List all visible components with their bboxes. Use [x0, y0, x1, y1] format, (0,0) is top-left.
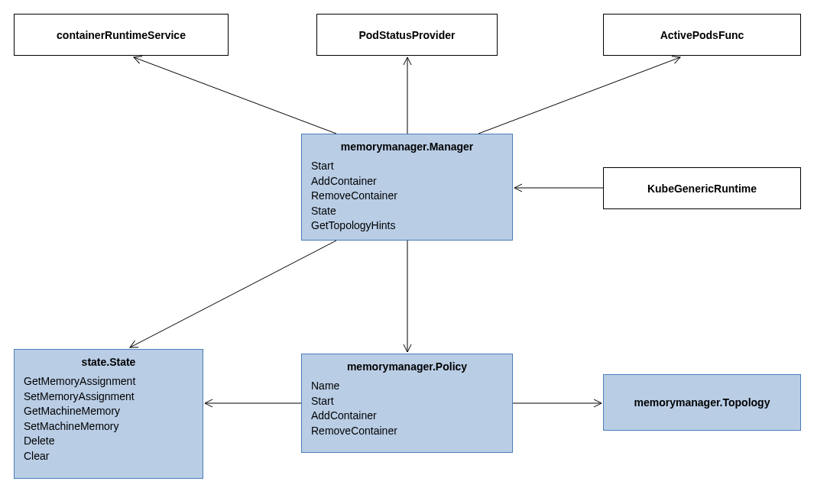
- box-active-pods-func: ActivePodsFunc: [603, 14, 801, 56]
- manager-methods: Start AddContainer RemoveContainer State…: [311, 159, 503, 234]
- state-methods: GetMemoryAssignment SetMemoryAssignment …: [24, 374, 193, 464]
- box-state: state.State GetMemoryAssignment SetMemor…: [14, 349, 203, 479]
- state-title: state.State: [24, 356, 193, 368]
- arrow-manager-to-apf: [478, 57, 680, 134]
- manager-method: GetTopologyHints: [311, 218, 503, 234]
- arrow-manager-to-crs: [134, 57, 336, 134]
- arrow-manager-to-state: [130, 241, 336, 347]
- policy-methods: Name Start AddContainer RemoveContainer: [311, 379, 503, 438]
- kube-generic-runtime-title: KubeGenericRuntime: [647, 183, 757, 195]
- container-runtime-service-title: containerRuntimeService: [57, 29, 186, 41]
- manager-title: memorymanager.Manager: [311, 141, 503, 153]
- policy-method: Name: [311, 379, 503, 394]
- manager-method: RemoveContainer: [311, 189, 503, 204]
- pod-status-provider-title: PodStatusProvider: [358, 29, 455, 41]
- box-container-runtime-service: containerRuntimeService: [14, 14, 229, 56]
- manager-method: AddContainer: [311, 174, 503, 189]
- box-pod-status-provider: PodStatusProvider: [316, 14, 498, 56]
- box-manager: memorymanager.Manager Start AddContainer…: [301, 134, 513, 241]
- state-method: GetMachineMemory: [24, 404, 193, 419]
- manager-method: Start: [311, 159, 503, 174]
- policy-method: AddContainer: [311, 409, 503, 424]
- state-method: SetMachineMemory: [24, 419, 193, 435]
- manager-method: State: [311, 204, 503, 219]
- state-method: SetMemoryAssignment: [24, 389, 193, 405]
- policy-method: RemoveContainer: [311, 424, 503, 439]
- state-method: GetMemoryAssignment: [24, 374, 193, 389]
- box-topology: memorymanager.Topology: [603, 374, 801, 431]
- policy-method: Start: [311, 394, 503, 409]
- topology-title: memorymanager.Topology: [634, 396, 770, 409]
- box-kube-generic-runtime: KubeGenericRuntime: [603, 167, 801, 209]
- policy-title: memorymanager.Policy: [311, 360, 503, 373]
- state-method: Delete: [24, 434, 193, 449]
- box-policy: memorymanager.Policy Name Start AddConta…: [301, 354, 513, 453]
- active-pods-func-title: ActivePodsFunc: [660, 29, 744, 41]
- state-method: Clear: [24, 449, 193, 464]
